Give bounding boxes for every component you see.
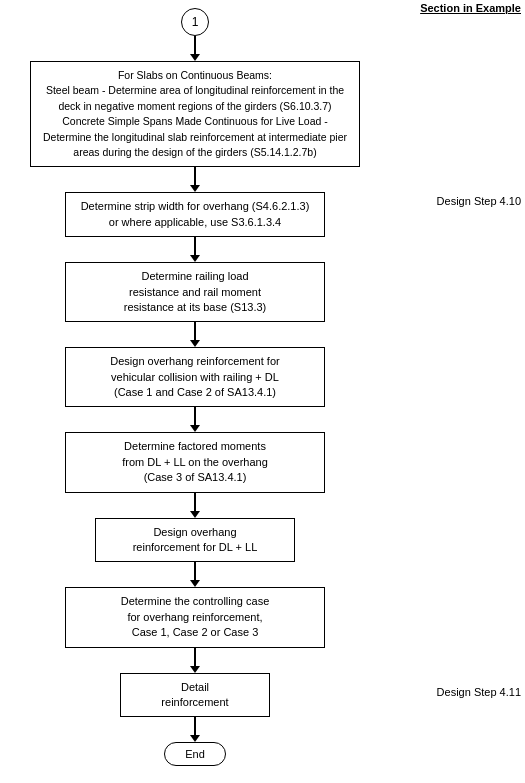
flowchart: 1 For Slabs on Continuous Beams: Steel b… — [0, 0, 390, 766]
end-oval: End — [164, 742, 226, 766]
box-factored-moments: Determine factored moments from DL + LL … — [65, 432, 325, 492]
box-controlling-case: Determine the controlling case for overh… — [65, 587, 325, 647]
arrow-4 — [190, 322, 200, 347]
box-design-overhang-vehicular: Design overhang reinforcement for vehicu… — [65, 347, 325, 407]
arrow-7 — [190, 562, 200, 587]
box-strip-width: Determine strip width for overhang (S4.6… — [65, 192, 325, 237]
box-railing-load: Determine railing load resistance and ra… — [65, 262, 325, 322]
arrow-1 — [190, 36, 200, 61]
start-circle: 1 — [181, 8, 209, 36]
arrow-6 — [190, 493, 200, 518]
arrow-2 — [190, 167, 200, 192]
box-continuous-beams: For Slabs on Continuous Beams: Steel bea… — [30, 61, 360, 167]
arrow-8 — [190, 648, 200, 673]
box-design-overhang-dl-ll: Design overhang reinforcement for DL + L… — [95, 518, 295, 563]
design-step-4-11: Design Step 4.11 — [437, 686, 521, 698]
arrow-9 — [190, 717, 200, 742]
design-step-4-10: Design Step 4.10 — [437, 195, 521, 207]
arrow-5 — [190, 407, 200, 432]
arrow-3 — [190, 237, 200, 262]
section-label: Section in Example — [420, 2, 521, 14]
box-detail-reinforcement: Detail reinforcement — [120, 673, 270, 718]
